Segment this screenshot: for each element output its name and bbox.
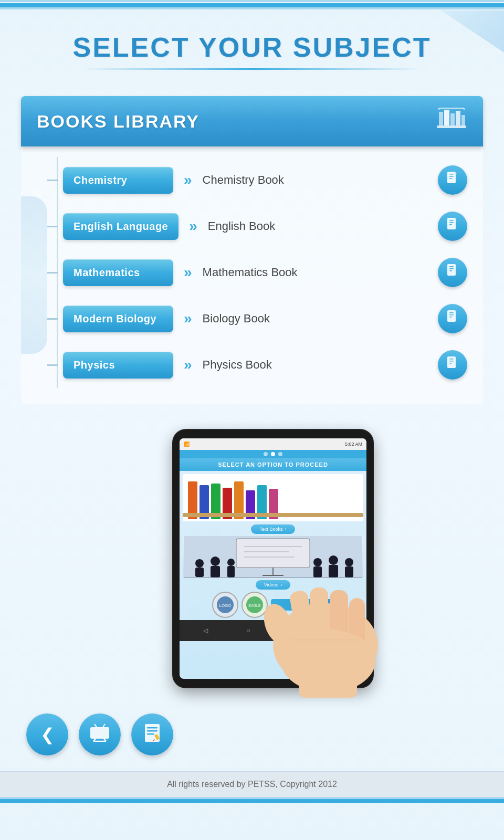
tablet-time: 5:02 AM xyxy=(345,442,362,447)
svg-text:LOGO: LOGO xyxy=(219,603,231,608)
svg-point-39 xyxy=(211,556,220,566)
top-accent-bar-thin xyxy=(0,0,504,2)
subject-btn-chemistry[interactable]: Chemistry xyxy=(63,167,173,194)
hand-illustration xyxy=(247,530,404,698)
doc-btn-physics[interactable] xyxy=(438,350,467,380)
svg-point-41 xyxy=(227,559,235,566)
subject-btn-english[interactable]: English Language xyxy=(63,213,178,240)
arrow-biology: » xyxy=(184,310,192,327)
doc-btn-mathematics[interactable] xyxy=(438,258,467,287)
back-button[interactable]: ❮ xyxy=(26,713,68,755)
svg-rect-38 xyxy=(195,568,204,577)
tablet-header-text: SELECT AN OPTION TO PROCEED xyxy=(180,458,366,471)
subject-row-chemistry: Chemistry » Chemistry Book xyxy=(21,157,483,203)
page-header: SELECT YOUR SUBJECT xyxy=(0,10,504,80)
svg-rect-61 xyxy=(299,671,357,698)
tv-button[interactable] xyxy=(79,713,121,755)
svg-rect-40 xyxy=(211,566,220,578)
tablet-logo-1: LOGO xyxy=(212,592,238,618)
notepad-button[interactable] xyxy=(131,713,173,755)
svg-rect-16 xyxy=(449,222,454,223)
tablet-statusbar: 📶 5:02 AM xyxy=(180,438,366,450)
subject-row-english: English Language » English Book xyxy=(21,203,483,249)
subject-row-physics: Physics » Physics Book xyxy=(21,342,483,388)
shelf-board-1 xyxy=(183,513,363,517)
back-icon: ❮ xyxy=(40,724,55,744)
svg-rect-42 xyxy=(227,566,235,578)
document-icon-chemistry xyxy=(446,171,459,189)
svg-rect-1 xyxy=(439,112,443,125)
library-header: BOOKS LIBRARY xyxy=(21,96,483,146)
dash-mathematics xyxy=(47,272,58,274)
book-label-physics: Physics Book xyxy=(203,358,438,372)
document-icon-english xyxy=(446,217,459,235)
svg-rect-70 xyxy=(147,727,158,729)
svg-rect-17 xyxy=(449,224,452,225)
svg-rect-71 xyxy=(147,730,158,732)
svg-rect-63 xyxy=(90,727,109,739)
svg-rect-72 xyxy=(147,733,154,735)
dash-physics xyxy=(47,364,58,366)
svg-rect-9 xyxy=(447,172,456,183)
book-label-english: English Book xyxy=(208,219,438,233)
svg-rect-21 xyxy=(449,270,452,271)
subject-list: Chemistry » Chemistry Book Engli xyxy=(21,146,483,404)
svg-rect-4 xyxy=(456,111,460,125)
bottom-accent-bar xyxy=(0,799,504,803)
svg-rect-12 xyxy=(449,178,452,179)
subject-row-biology: Modern Biology » Biology Book xyxy=(21,296,483,342)
svg-point-37 xyxy=(195,559,204,568)
subject-btn-physics[interactable]: Physics xyxy=(63,352,173,379)
footer-text: All rights reserved by PETSS, Copyright … xyxy=(167,780,337,789)
document-icon-mathematics xyxy=(446,264,459,281)
subject-row-mathematics: Mathematics » Mathematics Book xyxy=(21,249,483,296)
footer: All rights reserved by PETSS, Copyright … xyxy=(0,771,504,797)
dash-chemistry xyxy=(47,180,58,181)
arrow-physics: » xyxy=(184,356,192,373)
tablet-signal: 📶 xyxy=(184,442,190,447)
dash-biology xyxy=(47,318,58,320)
svg-rect-26 xyxy=(447,356,456,368)
top-accent-bar xyxy=(0,3,504,7)
svg-rect-14 xyxy=(447,218,456,229)
dash-english xyxy=(47,226,58,227)
tablet-wrapper: 📶 5:02 AM SELECT AN OPTION TO PROCEED xyxy=(173,430,373,687)
svg-rect-28 xyxy=(449,361,454,362)
subject-btn-biology[interactable]: Modern Biology xyxy=(63,306,173,332)
page-title: SELECT YOUR SUBJECT xyxy=(10,32,494,63)
notepad-icon xyxy=(143,722,162,747)
arrow-english: » xyxy=(189,218,197,235)
doc-btn-english[interactable] xyxy=(438,212,467,241)
tv-icon xyxy=(89,723,110,746)
document-icon-biology xyxy=(446,310,459,328)
tablet-books-shelf xyxy=(183,474,363,521)
svg-rect-0 xyxy=(437,125,466,128)
arrow-chemistry: » xyxy=(184,172,192,188)
doc-btn-biology[interactable] xyxy=(438,304,467,333)
doc-btn-chemistry[interactable] xyxy=(438,165,467,195)
book-label-mathematics: Mathematics Book xyxy=(203,266,438,279)
svg-line-68 xyxy=(103,724,105,727)
arrow-mathematics: » xyxy=(184,264,192,281)
svg-rect-11 xyxy=(449,176,454,177)
tablet-section: 📶 5:02 AM SELECT AN OPTION TO PROCEED xyxy=(0,419,504,703)
svg-rect-15 xyxy=(449,220,454,221)
document-icon-physics xyxy=(446,356,459,374)
svg-rect-3 xyxy=(450,113,455,125)
svg-rect-5 xyxy=(461,115,465,125)
header-underline xyxy=(83,68,421,70)
svg-rect-22 xyxy=(447,310,456,322)
svg-rect-27 xyxy=(449,359,454,360)
book-label-chemistry: Chemistry Book xyxy=(203,173,438,187)
svg-rect-2 xyxy=(444,110,449,125)
book-label-biology: Biology Book xyxy=(203,312,438,326)
svg-rect-10 xyxy=(449,174,454,175)
library-icon xyxy=(436,106,467,137)
top-accent-bar-thin2 xyxy=(0,7,504,9)
svg-rect-29 xyxy=(449,363,452,364)
svg-rect-20 xyxy=(449,268,454,269)
subject-btn-mathematics[interactable]: Mathematics xyxy=(63,259,173,286)
svg-rect-24 xyxy=(449,314,454,316)
svg-rect-19 xyxy=(449,266,454,267)
svg-rect-18 xyxy=(447,264,456,276)
